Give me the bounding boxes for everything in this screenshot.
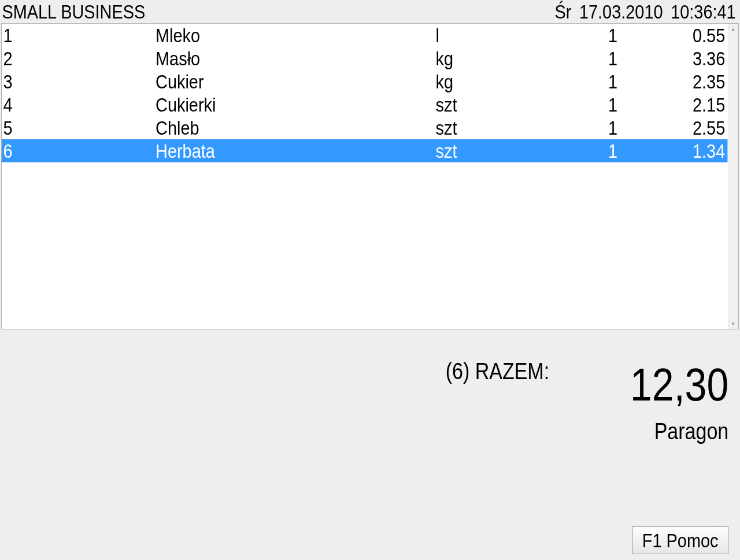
cell-num: 2 <box>3 47 156 70</box>
item-count: (6) <box>446 358 470 384</box>
cell-qty: 1 <box>544 139 618 162</box>
help-button[interactable]: F1 Pomoc <box>632 526 728 554</box>
table-row[interactable]: 3Cukierkg12.35 <box>2 70 727 93</box>
cell-num: 6 <box>3 139 156 162</box>
cell-qty: 1 <box>544 24 618 47</box>
cell-qty: 1 <box>544 70 618 93</box>
table-row[interactable]: 4Cukierkiszt12.15 <box>2 93 727 116</box>
cell-qty: 1 <box>544 93 618 116</box>
header-date: 17.03.2010 <box>579 0 663 23</box>
cell-num: 3 <box>3 70 156 93</box>
cell-unit: szt <box>436 116 544 139</box>
summary-block: (6) RAZEM: 12,30 Paragon <box>613 358 728 444</box>
cell-num: 4 <box>3 93 156 116</box>
header-datetime: Śr 17.03.2010 10:36:41 <box>554 0 735 23</box>
cell-unit: szt <box>436 93 544 116</box>
total-value: 12,30 <box>630 362 728 408</box>
app-title: SMALL BUSINESS <box>2 0 145 23</box>
header-time: 10:36:41 <box>671 0 736 23</box>
cell-price: 2.15 <box>617 93 725 116</box>
scroll-up-icon[interactable]: ▴ <box>728 24 738 34</box>
cell-name: Chleb <box>156 116 436 139</box>
cell-name: Herbata <box>156 139 436 162</box>
cell-price: 1.34 <box>617 139 725 162</box>
table-row[interactable]: 6Herbataszt11.34 <box>2 139 727 162</box>
cell-price: 0.55 <box>617 24 725 47</box>
cell-unit: l <box>436 24 544 47</box>
cell-unit: kg <box>436 47 544 70</box>
cell-price: 2.55 <box>617 116 725 139</box>
cell-name: Cukier <box>156 70 436 93</box>
cell-num: 5 <box>3 116 156 139</box>
cell-unit: kg <box>436 70 544 93</box>
cell-unit: szt <box>436 139 544 162</box>
cell-name: Mleko <box>156 24 436 47</box>
cell-num: 1 <box>3 24 156 47</box>
item-list-panel: 1Mlekol10.552Masłokg13.363Cukierkg12.354… <box>1 23 739 329</box>
table-row[interactable]: 2Masłokg13.36 <box>2 47 727 70</box>
document-type: Paragon <box>630 418 728 444</box>
cell-qty: 1 <box>544 116 618 139</box>
cell-qty: 1 <box>544 47 618 70</box>
app-header: SMALL BUSINESS Śr 17.03.2010 10:36:41 <box>0 0 739 23</box>
table-row[interactable]: 5Chlebszt12.55 <box>2 116 727 139</box>
cell-name: Cukierki <box>156 93 436 116</box>
scrollbar[interactable]: ▴ ▾ <box>728 24 738 329</box>
cell-price: 3.36 <box>617 47 725 70</box>
cell-price: 2.35 <box>617 70 725 93</box>
header-day: Śr <box>554 0 571 23</box>
total-label: (6) RAZEM: <box>446 358 549 384</box>
scroll-down-icon[interactable]: ▾ <box>728 318 738 329</box>
table-row[interactable]: 1Mlekol10.55 <box>2 24 727 47</box>
cell-name: Masło <box>156 47 436 70</box>
item-list[interactable]: 1Mlekol10.552Masłokg13.363Cukierkg12.354… <box>2 24 728 329</box>
razem-text: RAZEM: <box>475 358 549 384</box>
